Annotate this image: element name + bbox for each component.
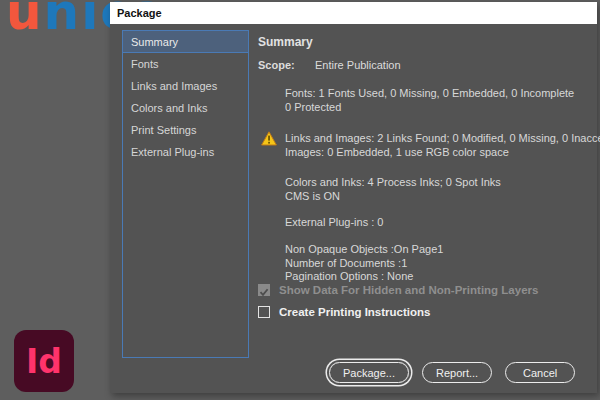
fonts-summary: Fonts: 1 Fonts Used, 0 Missing, 0 Embedd…	[285, 87, 574, 114]
scope-row: Scope:Entire Publication	[258, 59, 401, 71]
sidebar-item-external-plugins[interactable]: External Plug-ins	[123, 141, 248, 163]
package-dialog: Package Summary Fonts Links and Images C…	[110, 2, 597, 393]
links-summary-line1: Links and Images: 2 Links Found; 0 Modif…	[285, 132, 600, 146]
fonts-summary-line1: Fonts: 1 Fonts Used, 0 Missing, 0 Embedd…	[285, 87, 574, 101]
dialog-sidebar: Summary Fonts Links and Images Colors an…	[122, 30, 249, 358]
scope-label: Scope:	[258, 59, 315, 71]
fonts-summary-line2: 0 Protected	[285, 101, 574, 115]
sidebar-item-summary[interactable]: Summary	[123, 31, 248, 53]
dialog-title: Package	[117, 7, 162, 19]
desktop-background: unica Id Package Summary Fonts Links and…	[0, 0, 600, 400]
create-instructions-checkbox[interactable]	[258, 306, 270, 318]
links-summary: Links and Images: 2 Links Found; 0 Modif…	[285, 132, 600, 159]
show-hidden-layers-checkbox-row: Show Data For Hidden and Non-Printing La…	[258, 284, 538, 296]
sidebar-item-print-settings[interactable]: Print Settings	[123, 119, 248, 141]
misc-summary: Non Opaque Objects :On Page1 Number of D…	[285, 243, 443, 284]
sidebar-item-links-and-images[interactable]: Links and Images	[123, 75, 248, 97]
misc-summary-line3: Pagination Options : None	[285, 270, 443, 284]
colors-summary-line2: CMS is ON	[285, 190, 501, 204]
sidebar-item-fonts[interactable]: Fonts	[123, 53, 248, 75]
misc-summary-line1: Non Opaque Objects :On Page1	[285, 243, 443, 257]
colors-summary-line1: Colors and Inks: 4 Process Inks; 0 Spot …	[285, 176, 501, 190]
misc-summary-line2: Number of Documents :1	[285, 257, 443, 271]
panel-heading: Summary	[258, 35, 313, 49]
report-button[interactable]: Report...	[422, 362, 492, 383]
plugins-summary: External Plug-ins : 0	[285, 216, 383, 230]
links-summary-line2: Images: 0 Embedded, 1 use RGB color spac…	[285, 146, 600, 160]
dialog-button-row: Package... Report... Cancel	[329, 362, 575, 383]
scope-value: Entire Publication	[315, 59, 401, 71]
dialog-titlebar[interactable]: Package	[110, 2, 597, 24]
unica-logo-letter-u: u	[6, 0, 44, 41]
indesign-logo: Id	[14, 330, 74, 392]
cancel-button[interactable]: Cancel	[505, 362, 575, 383]
show-hidden-layers-checkbox	[258, 284, 270, 296]
show-hidden-layers-label: Show Data For Hidden and Non-Printing La…	[279, 284, 538, 296]
sidebar-item-colors-and-inks[interactable]: Colors and Inks	[123, 97, 248, 119]
create-instructions-label: Create Printing Instructions	[279, 306, 430, 318]
colors-summary: Colors and Inks: 4 Process Inks; 0 Spot …	[285, 176, 501, 203]
plugins-summary-line: External Plug-ins : 0	[285, 216, 383, 230]
indesign-logo-text: Id	[26, 345, 62, 378]
create-instructions-checkbox-row[interactable]: Create Printing Instructions	[258, 306, 430, 318]
warning-icon	[261, 131, 277, 150]
package-button[interactable]: Package...	[329, 362, 409, 383]
